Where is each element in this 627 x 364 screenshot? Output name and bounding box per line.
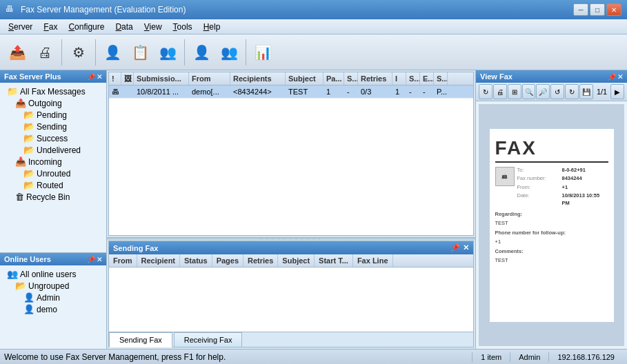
col-header-submission[interactable]: Submissio...: [134, 72, 189, 85]
menu-server[interactable]: Server: [3, 21, 38, 33]
fax-tree: 📁 All Fax Messages 📤 Outgoing 📂 Pending …: [0, 83, 106, 252]
sending-col-recipient[interactable]: Recipient: [137, 254, 181, 267]
toolbar-btn-0[interactable]: 📤: [4, 38, 30, 67]
col-header-subject[interactable]: Subject: [286, 72, 324, 85]
table-row[interactable]: 🖷 10/8/2011 ... demo[... <8434244> TEST …: [109, 85, 473, 99]
sending-col-subject[interactable]: Subject: [278, 254, 315, 267]
fax-panel-pin[interactable]: 📌: [87, 73, 95, 81]
outgoing-icon: 📤: [15, 98, 26, 108]
sending-header-btns: 📌 ✕: [450, 243, 469, 252]
toolbar-btn-4[interactable]: 📋: [127, 38, 153, 67]
menu-tools[interactable]: Tools: [168, 21, 198, 33]
col-header-retries[interactable]: Retries: [358, 72, 392, 85]
sending-col-faxline[interactable]: Fax Line: [353, 254, 393, 267]
chart-icon: 📊: [255, 46, 272, 59]
messages-column-headers: ! 🖼 Submissio... From Recipients Subject…: [109, 72, 473, 85]
vf-zoomout-btn[interactable]: 🔎: [536, 84, 550, 99]
vf-fit-btn[interactable]: ⊞: [508, 84, 521, 99]
sending-col-pages[interactable]: Pages: [212, 254, 243, 267]
col-header-preview[interactable]: 🖼: [121, 72, 134, 85]
sending-pin-btn[interactable]: 📌: [450, 243, 460, 252]
sending-col-status[interactable]: Status: [180, 254, 212, 267]
row-icon: 🖷: [109, 87, 121, 97]
tree-incoming[interactable]: 📥 Incoming: [1, 156, 105, 168]
toolbar-btn-7[interactable]: 👥: [216, 38, 242, 67]
online-panel-buttons: 📌 ✕: [87, 256, 102, 263]
row-preview: [121, 91, 134, 92]
vf-rotater-btn[interactable]: ↻: [565, 84, 579, 99]
col-header-status[interactable]: S...: [344, 72, 358, 85]
menu-data[interactable]: Data: [110, 21, 138, 33]
toolbar-btn-1[interactable]: 🖨: [32, 38, 58, 67]
col-header-s2[interactable]: S...: [406, 72, 420, 85]
tree-all-online[interactable]: 👥 All online users: [1, 268, 105, 280]
toolbar-btn-3[interactable]: 👤: [99, 38, 126, 67]
tree-routed[interactable]: 📂 Routed: [1, 179, 105, 191]
toolbar-btn-2[interactable]: ⚙: [66, 38, 92, 67]
vf-rotatel-btn[interactable]: ↺: [550, 84, 564, 99]
col-header-recipients[interactable]: Recipients: [230, 72, 286, 85]
close-button[interactable]: ✕: [606, 3, 621, 16]
panel-header-buttons: 📌 ✕: [87, 73, 102, 81]
menu-fax[interactable]: Fax: [38, 21, 63, 33]
vf-save-btn[interactable]: 💾: [579, 84, 593, 99]
col-header-s3[interactable]: S...: [434, 72, 448, 85]
messages-list: ! 🖼 Submissio... From Recipients Subject…: [108, 72, 474, 236]
menu-view[interactable]: View: [139, 21, 168, 33]
tree-outgoing-label: Outgoing: [28, 99, 62, 108]
tree-admin-user[interactable]: 👤 Admin: [1, 292, 105, 303]
tree-undelivered[interactable]: 📂 Undelivered: [1, 144, 105, 156]
tree-unrouted-label: Unrouted: [37, 169, 70, 179]
tree-success-label: Success: [37, 134, 68, 143]
col-header-e[interactable]: E...: [420, 72, 434, 85]
tree-demo-user[interactable]: 👤 demo: [1, 303, 105, 315]
online-panel-close[interactable]: ✕: [97, 256, 102, 263]
fax-panel-close[interactable]: ✕: [97, 73, 102, 81]
tree-success[interactable]: 📂 Success: [1, 132, 105, 144]
col-header-from[interactable]: From: [189, 72, 230, 85]
demo-user-icon: 👤: [23, 304, 34, 314]
tree-outgoing[interactable]: 📤 Outgoing: [1, 97, 105, 109]
view-fax-close[interactable]: ✕: [617, 73, 623, 81]
sending-col-from[interactable]: From: [109, 254, 137, 267]
col-header-i[interactable]: I: [392, 72, 406, 85]
col-header-icon[interactable]: !: [109, 72, 121, 85]
toolbar-btn-5[interactable]: 👥: [155, 38, 181, 67]
menu-configure[interactable]: Configure: [63, 21, 110, 33]
menu-help[interactable]: Help: [198, 21, 226, 33]
maximize-button[interactable]: □: [590, 3, 605, 16]
status-text: Welcome to use Fax Server Management, pr…: [4, 352, 472, 362]
sending-close-btn[interactable]: ✕: [463, 243, 469, 252]
toolbar-sep-2: [95, 39, 96, 65]
tree-incoming-label: Incoming: [28, 157, 62, 167]
row-from: demo[...: [189, 87, 230, 97]
status-user: Admin: [510, 352, 548, 362]
toolbar-btn-8[interactable]: 📊: [250, 38, 276, 67]
col-header-pages[interactable]: Pa...: [324, 72, 344, 85]
row-i: 1: [392, 87, 406, 97]
all-online-icon: 👥: [7, 269, 18, 279]
vf-next-btn[interactable]: ▶: [610, 84, 624, 99]
tree-unrouted[interactable]: 📂 Unrouted: [1, 168, 105, 179]
center-area: ! 🖼 Submissio... From Recipients Subject…: [107, 70, 475, 349]
online-panel-pin[interactable]: 📌: [87, 256, 95, 263]
tab-receiving-fax[interactable]: Receiving Fax: [174, 332, 243, 347]
tree-sending[interactable]: 📂 Sending: [1, 121, 105, 132]
minimize-button[interactable]: ─: [573, 3, 588, 16]
tree-all-fax[interactable]: 📁 All Fax Messages: [1, 85, 105, 97]
vf-zoomin-btn[interactable]: 🔍: [522, 84, 536, 99]
sending-col-retries[interactable]: Retries: [243, 254, 278, 267]
unrouted-icon: 📂: [23, 168, 34, 179]
ungrouped-icon: 📂: [15, 281, 26, 291]
sending-col-starttime[interactable]: Start T...: [315, 254, 353, 267]
tree-routed-label: Routed: [37, 181, 63, 190]
tab-sending-fax[interactable]: Sending Fax: [109, 332, 172, 347]
view-fax-pin[interactable]: 📌: [608, 73, 616, 81]
vf-refresh-btn[interactable]: ↻: [479, 84, 492, 99]
tree-recycle-bin[interactable]: 🗑 Recycle Bin: [1, 191, 105, 203]
tree-ungrouped[interactable]: 📂 Ungrouped: [1, 280, 105, 292]
toolbar-btn-6[interactable]: 👤: [188, 38, 215, 67]
tree-pending[interactable]: 📂 Pending: [1, 109, 105, 121]
vf-print-btn[interactable]: 🖨: [493, 84, 507, 99]
tree-all-fax-label: All Fax Messages: [20, 87, 86, 97]
